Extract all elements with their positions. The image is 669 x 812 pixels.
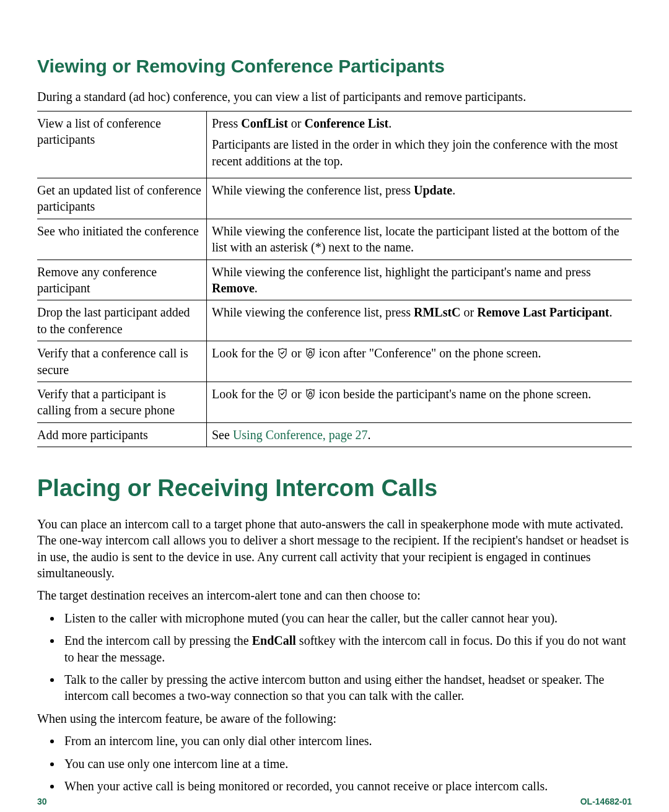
secure-lock-icon xyxy=(305,388,316,399)
text: . xyxy=(388,116,391,130)
text: or xyxy=(291,387,305,401)
table-row: Verify that a participant is calling fro… xyxy=(37,382,632,423)
svg-rect-0 xyxy=(308,352,312,356)
text: . xyxy=(255,281,258,295)
text: or xyxy=(291,346,305,360)
secure-shield-icon xyxy=(277,388,288,399)
text: . xyxy=(452,183,455,197)
document-page: Viewing or Removing Conference Participa… xyxy=(0,0,669,812)
list-item: When your active call is being monitored… xyxy=(62,778,632,794)
document-id: OL-14682-01 xyxy=(580,797,632,806)
list-item: End the intercom call by pressing the En… xyxy=(62,632,632,665)
list-item: Listen to the caller with microphone mut… xyxy=(62,610,632,626)
text: or xyxy=(291,116,305,130)
text: Look for the xyxy=(212,387,277,401)
page-footer: 30 OL-14682-01 xyxy=(37,796,632,806)
softkey-remove-last-participant: Remove Last Participant xyxy=(477,305,609,319)
section2-p3: When using the intercom feature, be awar… xyxy=(37,710,632,727)
table-cell-right: Look for the or icon after "Conference" … xyxy=(207,341,632,382)
text: icon beside the participant's name on th… xyxy=(319,387,592,401)
section1-intro: During a standard (ad hoc) conference, y… xyxy=(37,89,632,105)
secure-lock-icon xyxy=(305,347,316,359)
section-heading-intercom: Placing or Receiving Intercom Calls xyxy=(37,475,632,502)
table-cell-left: Drop the last participant added to the c… xyxy=(37,300,207,341)
list-item: You can use only one intercom line at a … xyxy=(62,756,632,772)
text: Participants are listed in the order in … xyxy=(212,136,632,169)
text: While viewing the conference list, press xyxy=(212,183,414,197)
table-cell-right: While viewing the conference list, press… xyxy=(207,300,632,341)
softkey-update: Update xyxy=(414,183,452,197)
cross-ref-link[interactable]: Using Conference, page 27 xyxy=(233,428,368,442)
section-heading-viewing-removing: Viewing or Removing Conference Participa… xyxy=(37,56,632,77)
table-cell-right: Press ConfList or Conference List. Parti… xyxy=(207,111,632,178)
participants-table: View a list of conference participants P… xyxy=(37,111,632,447)
table-cell-right: While viewing the conference list, highl… xyxy=(207,260,632,300)
softkey-endcall: EndCall xyxy=(252,634,296,647)
text: icon after "Conference" on the phone scr… xyxy=(319,346,541,360)
table-cell-right: See Using Conference, page 27. xyxy=(207,423,632,447)
softkey-conference-list: Conference List xyxy=(304,116,388,130)
table-cell-right: While viewing the conference list, locat… xyxy=(207,219,632,260)
intercom-notes-list: From an intercom line, you can only dial… xyxy=(37,733,632,794)
section2-p1: You can place an intercom call to a targ… xyxy=(37,516,632,582)
text: While viewing the conference list, highl… xyxy=(212,265,591,279)
text: While viewing the conference list, press xyxy=(212,305,414,319)
text: or xyxy=(464,305,478,319)
svg-rect-1 xyxy=(308,393,312,396)
table-row: View a list of conference participants P… xyxy=(37,111,632,178)
text: Look for the xyxy=(212,346,277,360)
list-item: Talk to the caller by pressing the activ… xyxy=(62,671,632,704)
table-row: Add more participants See Using Conferen… xyxy=(37,423,632,447)
text: . xyxy=(368,428,371,442)
text: . xyxy=(610,305,613,319)
table-cell-left: Verify that a conference call is secure xyxy=(37,341,207,382)
table-cell-left: See who initiated the conference xyxy=(37,219,207,260)
table-cell-left: Remove any conference participant xyxy=(37,260,207,300)
table-cell-right: While viewing the conference list, press… xyxy=(207,178,632,219)
table-cell-left: Get an updated list of conference partic… xyxy=(37,178,207,219)
table-row: Drop the last participant added to the c… xyxy=(37,300,632,341)
intercom-options-list: Listen to the caller with microphone mut… xyxy=(37,610,632,704)
table-row: Remove any conference participant While … xyxy=(37,260,632,301)
table-row: Get an updated list of conference partic… xyxy=(37,178,632,219)
text: See xyxy=(212,428,233,442)
table-cell-left: Add more participants xyxy=(37,423,207,447)
table-row: Verify that a conference call is secure … xyxy=(37,341,632,382)
text: End the intercom call by pressing the xyxy=(64,634,252,647)
secure-shield-icon xyxy=(277,347,288,359)
softkey-conflist: ConfList xyxy=(241,116,288,130)
softkey-remove: Remove xyxy=(212,281,255,295)
text: Press xyxy=(212,116,241,130)
softkey-rmlstc: RMLstC xyxy=(414,305,461,319)
section2-p2: The target destination receives an inter… xyxy=(37,587,632,603)
table-cell-left: View a list of conference participants xyxy=(37,111,207,178)
table-cell-left: Verify that a participant is calling fro… xyxy=(37,382,207,422)
page-number: 30 xyxy=(37,797,47,806)
table-row: See who initiated the conference While v… xyxy=(37,219,632,260)
list-item: From an intercom line, you can only dial… xyxy=(62,733,632,749)
table-cell-right: Look for the or icon beside the particip… xyxy=(207,382,632,422)
